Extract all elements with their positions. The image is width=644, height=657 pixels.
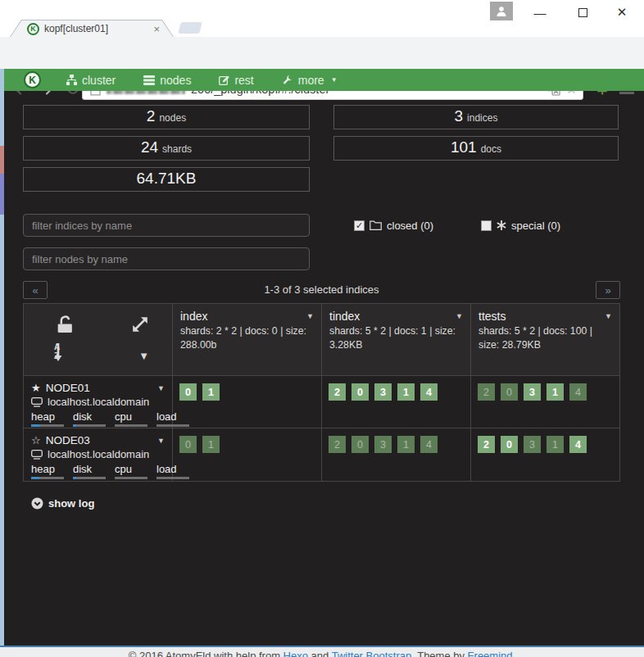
- footer-link-bootstrap[interactable]: Twitter Bootstrap: [332, 650, 412, 657]
- shard-box[interactable]: 3: [524, 383, 541, 401]
- window-minimize-button[interactable]: —: [524, 2, 556, 23]
- chevron-down-icon[interactable]: ▼: [157, 384, 165, 392]
- table-tools-cell: A Z ▼: [24, 304, 173, 376]
- chevron-down-icon[interactable]: ▼: [138, 350, 149, 362]
- filter-indices-input[interactable]: [23, 214, 310, 237]
- shard-box[interactable]: 1: [397, 436, 415, 453]
- chevron-down-icon[interactable]: ▼: [605, 312, 612, 320]
- shard-box[interactable]: 0: [501, 383, 518, 401]
- closed-checkbox[interactable]: ✓: [354, 220, 365, 231]
- node-metrics: heapdiskcpuload: [31, 410, 165, 427]
- chevron-down-icon[interactable]: ▼: [456, 312, 463, 320]
- index-name[interactable]: ttests: [478, 310, 605, 323]
- host-icon: [31, 397, 43, 407]
- sort-az-button[interactable]: A Z: [54, 343, 60, 360]
- shard-box[interactable]: 4: [420, 383, 438, 401]
- shard-box[interactable]: 4: [569, 383, 587, 401]
- metric-cpu: cpu: [115, 410, 147, 427]
- shard-box[interactable]: 1: [202, 436, 220, 453]
- window-maximize-button[interactable]: [567, 2, 598, 23]
- shard-box[interactable]: 2: [329, 436, 346, 453]
- nav-item-nodes[interactable]: nodes: [133, 69, 202, 91]
- shard-box[interactable]: 3: [374, 436, 392, 453]
- next-page-button[interactable]: »: [596, 281, 620, 299]
- shard-box[interactable]: 1: [546, 436, 564, 453]
- kopf-favicon: K: [27, 23, 39, 35]
- footer-text: © 2016 AtomyEld with help from: [129, 650, 283, 657]
- unlock-icon[interactable]: [55, 315, 75, 335]
- browser-titlebar: K kopf[cluster01] × — ✕: [0, 0, 644, 37]
- stat-indices-value: 3: [455, 107, 464, 125]
- shard-cell: 20314: [322, 428, 471, 481]
- expand-icon[interactable]: [130, 315, 150, 334]
- browser-tab[interactable]: K kopf[cluster01] ×: [10, 20, 174, 37]
- index-name[interactable]: index: [180, 310, 306, 323]
- shard-box[interactable]: 3: [374, 383, 392, 401]
- chevron-circle-down-icon: [31, 497, 43, 510]
- filter-nodes-input[interactable]: [23, 247, 310, 270]
- metric-bar: [31, 424, 64, 427]
- edit-icon: [219, 75, 229, 85]
- node-host: localhost.localdomain: [48, 396, 149, 408]
- footer-link-freemind[interactable]: Freemind: [468, 650, 513, 657]
- master-star-icon: ☆: [31, 434, 41, 446]
- nav-item-cluster[interactable]: cluster: [56, 69, 126, 91]
- shard-box[interactable]: 0: [351, 436, 369, 453]
- nav-item-rest[interactable]: rest: [208, 69, 264, 91]
- nav-label-cluster: cluster: [82, 74, 116, 87]
- page-footer: © 2016 AtomyEld with help from Hexo and …: [0, 646, 644, 657]
- asterisk-icon: [497, 220, 506, 230]
- folder-icon: [370, 220, 382, 230]
- nav-item-more[interactable]: more ▼: [271, 69, 348, 91]
- shard-box[interactable]: 3: [524, 436, 541, 453]
- nav-label-rest: rest: [234, 74, 253, 87]
- shard-box[interactable]: 2: [329, 383, 346, 401]
- index-header-ttests: ttests ▼ shards: 5 * 2 | docs: 100 | siz…: [471, 304, 619, 376]
- sort-arrow-icon: [54, 342, 62, 362]
- node-row-node03: ☆ NODE03 ▼ localhost.localdomain heapdis…: [24, 428, 173, 481]
- metric-label: cpu: [115, 463, 147, 475]
- shard-box[interactable]: 2: [478, 383, 495, 401]
- chevron-down-icon: ▼: [331, 76, 338, 84]
- shard-box[interactable]: 0: [179, 436, 197, 453]
- stat-shards-label: shards: [162, 143, 192, 155]
- master-star-icon: ★: [31, 382, 41, 394]
- shard-box[interactable]: 0: [351, 383, 369, 401]
- shard-box[interactable]: 0: [179, 383, 197, 401]
- shard-box[interactable]: 4: [420, 436, 438, 453]
- index-meta: shards: 2 * 2 | docs: 0 | size: 288.00b: [180, 324, 314, 353]
- shard-box[interactable]: 4: [569, 436, 587, 453]
- new-tab-button[interactable]: [178, 22, 202, 34]
- host-icon: [31, 450, 43, 460]
- special-filter: ✓ special (0): [481, 220, 560, 232]
- nav-label-nodes: nodes: [160, 74, 191, 87]
- metric-cpu: cpu: [115, 463, 147, 479]
- footer-link-hexo[interactable]: Hexo: [283, 650, 308, 657]
- profile-avatar-button[interactable]: [490, 2, 513, 20]
- index-name[interactable]: tindex: [329, 310, 456, 323]
- chevron-down-icon[interactable]: ▼: [157, 437, 165, 445]
- stat-nodes-value: 2: [147, 107, 156, 125]
- shard-box[interactable]: 1: [546, 383, 564, 401]
- chevron-down-icon[interactable]: ▼: [306, 312, 314, 320]
- nav-label-more: more: [298, 74, 324, 87]
- show-log-toggle[interactable]: show log: [31, 497, 644, 510]
- shard-box[interactable]: 1: [397, 383, 415, 401]
- metric-disk: disk: [73, 463, 106, 479]
- metric-bar: [31, 477, 64, 479]
- window-close-button[interactable]: ✕: [606, 2, 637, 23]
- stat-size-value: 64.71KB: [137, 170, 197, 188]
- special-checkbox[interactable]: ✓: [481, 220, 492, 231]
- maximize-icon: [578, 8, 587, 17]
- kopf-logo[interactable]: K: [24, 71, 41, 88]
- shard-box[interactable]: 0: [501, 436, 518, 453]
- shard-box[interactable]: 2: [478, 436, 495, 453]
- stat-indices-label: indices: [467, 112, 497, 124]
- metric-label: disk: [73, 463, 106, 475]
- metric-bar: [73, 477, 106, 479]
- stat-shards-value: 24: [141, 138, 158, 156]
- stat-size: 64.71KB: [23, 167, 310, 192]
- metric-bar: [115, 477, 147, 479]
- shard-box[interactable]: 1: [202, 383, 220, 401]
- tab-close-icon[interactable]: ×: [153, 24, 160, 34]
